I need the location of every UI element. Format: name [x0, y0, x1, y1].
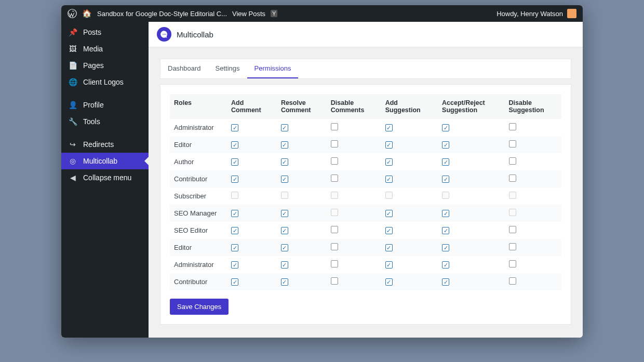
checkbox[interactable] [442, 158, 449, 166]
checkbox[interactable] [509, 175, 516, 182]
checkbox[interactable] [331, 140, 338, 148]
checkbox[interactable] [385, 176, 393, 183]
perm-cell [381, 256, 438, 273]
checkbox[interactable] [231, 278, 238, 286]
perm-cell [227, 153, 277, 170]
sidebar-item-posts[interactable]: 📌Posts [61, 24, 149, 41]
checkbox[interactable] [509, 277, 516, 285]
perm-cell [381, 239, 438, 256]
checkbox[interactable] [442, 227, 449, 234]
checkbox[interactable] [231, 158, 238, 166]
checkbox[interactable] [442, 210, 449, 217]
checkbox[interactable] [385, 158, 393, 166]
sidebar-item-posts-icon: 📌 [68, 28, 78, 36]
tab-permissions[interactable]: Permissions [247, 59, 299, 78]
checkbox[interactable] [231, 176, 238, 183]
checkbox[interactable] [509, 140, 516, 148]
perm-cell [227, 273, 277, 290]
multicollab-logo-icon [157, 27, 171, 42]
checkbox[interactable] [281, 210, 288, 217]
checkbox[interactable] [385, 124, 393, 131]
checkbox[interactable] [281, 158, 288, 166]
checkbox[interactable] [442, 124, 449, 131]
sidebar-item-redirects[interactable]: ↪Redirects [61, 136, 149, 153]
checkbox[interactable] [442, 141, 449, 149]
tab-dashboard[interactable]: Dashboard [160, 59, 208, 78]
checkbox[interactable] [385, 210, 393, 217]
checkbox[interactable] [231, 210, 238, 217]
checkbox[interactable] [442, 176, 449, 183]
sidebar-item-client-logos[interactable]: 🌐Client Logos [61, 74, 149, 90]
perm-cell [505, 239, 561, 256]
checkbox[interactable] [509, 243, 516, 250]
checkbox[interactable] [385, 278, 393, 286]
yoast-icon[interactable]: Y [271, 10, 277, 17]
perm-cell [327, 170, 381, 187]
checkbox[interactable] [281, 227, 288, 234]
checkbox[interactable] [509, 226, 516, 233]
sidebar-item-profile[interactable]: 👤Profile [61, 97, 149, 113]
role-cell: Author [170, 153, 227, 170]
role-cell: SEO Manager [170, 205, 227, 222]
wordpress-logo-icon[interactable] [68, 9, 77, 18]
save-button[interactable]: Save Changes [170, 299, 229, 315]
checkbox[interactable] [281, 244, 288, 251]
checkbox[interactable] [281, 176, 288, 183]
role-cell: SEO Editor [170, 222, 227, 239]
checkbox[interactable] [281, 141, 288, 149]
permissions-panel: RolesAddCommentResolveCommentDisableComm… [160, 84, 571, 325]
perm-cell [381, 187, 438, 205]
checkbox[interactable] [385, 244, 393, 251]
site-name-link[interactable]: Sandbox for Google Doc-Style Editorial C… [97, 10, 227, 18]
checkbox[interactable] [331, 277, 338, 285]
perm-cell [277, 187, 327, 205]
checkbox[interactable] [331, 157, 338, 165]
checkbox[interactable] [442, 244, 449, 251]
permissions-table: RolesAddCommentResolveCommentDisableComm… [170, 94, 561, 290]
sidebar-item-multicollab[interactable]: ◎Multicollab [61, 153, 149, 169]
avatar[interactable] [567, 9, 576, 18]
checkbox[interactable] [509, 260, 516, 267]
view-posts-link[interactable]: View Posts [232, 10, 265, 18]
sidebar-item-collapse[interactable]: ◀Collapse menu [61, 169, 149, 186]
checkbox [331, 192, 338, 199]
checkbox[interactable] [231, 141, 238, 149]
checkbox[interactable] [509, 157, 516, 165]
perm-cell [438, 205, 504, 222]
sidebar-item-media[interactable]: 🖼Media [61, 41, 149, 57]
checkbox[interactable] [231, 244, 238, 251]
checkbox[interactable] [385, 141, 393, 149]
sidebar-item-tools[interactable]: 🔧Tools [61, 113, 149, 130]
checkbox[interactable] [331, 243, 338, 250]
checkbox[interactable] [385, 227, 393, 234]
tab-settings[interactable]: Settings [208, 59, 247, 78]
perm-cell [227, 256, 277, 273]
checkbox[interactable] [331, 175, 338, 182]
howdy-link[interactable]: Howdy, Henry Watson [497, 10, 563, 18]
checkbox[interactable] [331, 260, 338, 267]
checkbox[interactable] [331, 226, 338, 233]
checkbox[interactable] [442, 278, 449, 286]
checkbox[interactable] [281, 124, 288, 131]
checkbox[interactable] [509, 123, 516, 130]
perm-cell [327, 136, 381, 153]
checkbox[interactable] [231, 124, 238, 131]
col-4: AddSuggestion [381, 94, 438, 119]
perm-cell [227, 222, 277, 239]
table-row: Editor [170, 136, 561, 153]
checkbox[interactable] [442, 261, 449, 269]
sidebar-item-pages[interactable]: 📄Pages [61, 57, 149, 74]
home-icon[interactable]: 🏠 [82, 9, 92, 18]
checkbox[interactable] [281, 278, 288, 286]
checkbox[interactable] [331, 123, 338, 130]
sidebar-item-pages-icon: 📄 [68, 61, 78, 70]
checkbox[interactable] [385, 261, 393, 269]
checkbox[interactable] [231, 227, 238, 234]
perm-cell [438, 239, 504, 256]
sidebar-item-label: Profile [83, 101, 104, 109]
checkbox[interactable] [231, 261, 238, 269]
checkbox[interactable] [281, 261, 288, 269]
perm-cell [505, 205, 561, 222]
tabs: DashboardSettingsPermissions [160, 59, 571, 79]
perm-cell [277, 273, 327, 290]
